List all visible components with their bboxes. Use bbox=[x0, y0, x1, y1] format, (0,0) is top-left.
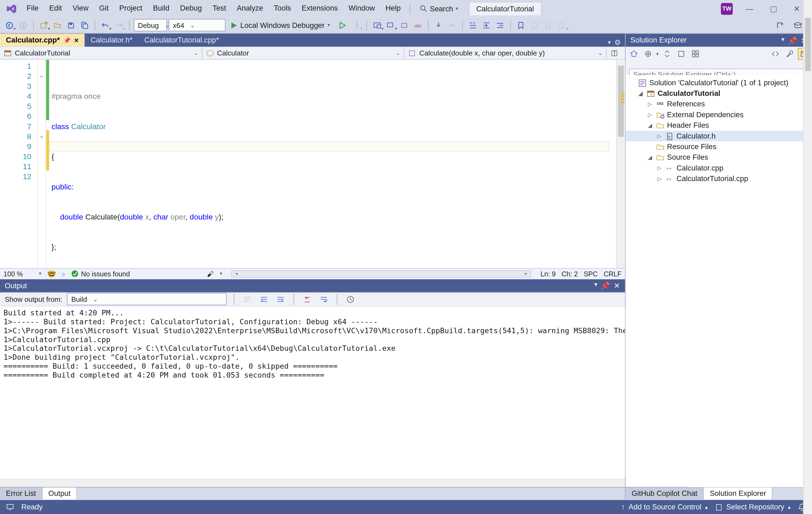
menu-analyze[interactable]: Analyze bbox=[232, 0, 269, 17]
start-wo-debug-button[interactable] bbox=[337, 19, 349, 32]
issues-indicator[interactable]: No issues found bbox=[72, 270, 130, 277]
pin-icon[interactable]: 📌 bbox=[788, 36, 798, 45]
bmk-next-button[interactable] bbox=[542, 19, 554, 32]
open-file-button[interactable] bbox=[52, 19, 63, 32]
editor-horizontal-scrollbar[interactable]: ◂▸ bbox=[232, 270, 531, 277]
output-monitor-icon[interactable] bbox=[6, 503, 14, 511]
calculator-h-node[interactable]: ▷ h Calculator.h bbox=[626, 131, 812, 141]
member-combo[interactable]: Calculate(double x, char oper, double y) bbox=[405, 47, 607, 59]
menu-edit[interactable]: Edit bbox=[44, 0, 67, 17]
next-msg-button[interactable] bbox=[275, 293, 287, 306]
menu-extensions[interactable]: Extensions bbox=[296, 0, 343, 17]
undo-button[interactable] bbox=[99, 19, 111, 32]
code-editor[interactable]: 123456789101112 ⌄⌄ #pragma once class Ca… bbox=[0, 60, 625, 268]
step-over-button[interactable] bbox=[446, 19, 458, 32]
new-project-button[interactable] bbox=[38, 19, 50, 32]
start-debugging-button[interactable]: Local Windows Debugger ▾ bbox=[227, 19, 335, 32]
class-btn[interactable] bbox=[399, 19, 410, 32]
editor-vertical-scrollbar[interactable] bbox=[616, 60, 625, 268]
menu-view[interactable]: View bbox=[67, 0, 94, 17]
menu-debug[interactable]: Debug bbox=[175, 0, 207, 17]
menu-git[interactable]: Git bbox=[94, 0, 114, 17]
outdent-button[interactable] bbox=[467, 19, 479, 32]
tab-calculator-h[interactable]: Calculator.h* bbox=[85, 34, 139, 47]
home-button[interactable] bbox=[628, 48, 640, 60]
project-node[interactable]: ◢ + CalculatorTutorial bbox=[626, 88, 812, 99]
config-combo[interactable]: Debug bbox=[134, 19, 167, 31]
maximize-button[interactable]: ▢ bbox=[770, 4, 777, 13]
scope-combo[interactable]: CalculatorTutorial bbox=[0, 47, 202, 59]
quick-tab[interactable]: CalculatorTutorial bbox=[469, 2, 542, 16]
indent-mode[interactable]: SPC bbox=[584, 270, 598, 277]
switch-views-button[interactable] bbox=[642, 48, 654, 60]
abc-button[interactable]: abc bbox=[412, 19, 424, 32]
feedback-button[interactable] bbox=[792, 19, 804, 32]
class-combo[interactable]: Calculator bbox=[202, 47, 405, 59]
bmk-clear-button[interactable] bbox=[556, 19, 568, 32]
sync-button[interactable] bbox=[661, 48, 673, 60]
fold-gutter[interactable]: ⌄⌄ bbox=[38, 60, 46, 268]
references-node[interactable]: ▷ References bbox=[626, 99, 812, 109]
pin-icon[interactable]: 📌 bbox=[601, 281, 610, 290]
tab-solution-explorer[interactable]: Solution Explorer bbox=[704, 487, 773, 500]
tab-copilot-chat[interactable]: GitHub Copilot Chat bbox=[626, 487, 704, 500]
active-files-dd[interactable]: ▾ bbox=[608, 39, 611, 46]
prev-msg-button[interactable] bbox=[258, 293, 270, 306]
redo-button[interactable] bbox=[113, 19, 125, 32]
output-text[interactable]: Build started at 4:20 PM... 1>------ Bui… bbox=[0, 306, 625, 479]
comment-button[interactable] bbox=[494, 19, 506, 32]
bookmark-button[interactable] bbox=[515, 19, 527, 32]
tab-calculator-cpp[interactable]: Calculator.cpp* 📌 ✕ bbox=[0, 34, 85, 47]
add-source-control[interactable]: ↑ Add to Source Control ▴ bbox=[621, 503, 708, 511]
platform-combo[interactable]: x64 bbox=[169, 19, 226, 31]
resource-files-node[interactable]: Resource Files bbox=[626, 141, 812, 152]
search-box[interactable]: Search ▾ bbox=[414, 4, 464, 13]
output-vertical-scrollbar[interactable] bbox=[803, 0, 812, 514]
ref-icon[interactable]: ⟐ bbox=[61, 270, 65, 277]
brush-icon[interactable]: 🖌 bbox=[207, 270, 214, 277]
goto-msg-button[interactable] bbox=[242, 293, 254, 306]
menu-window[interactable]: Window bbox=[343, 0, 380, 17]
split-button[interactable]: + bbox=[607, 47, 625, 59]
menu-build[interactable]: Build bbox=[148, 0, 175, 17]
error-count-icon[interactable]: 🤓 bbox=[48, 270, 56, 278]
bmk-prev-button[interactable] bbox=[529, 19, 541, 32]
tab-calculatortutorial-cpp[interactable]: CalculatorTutorial.cpp* bbox=[138, 34, 225, 47]
minimize-button[interactable]: — bbox=[746, 4, 753, 13]
select-repository[interactable]: Select Repository ▴ bbox=[715, 503, 791, 511]
close-icon[interactable]: ✕ bbox=[614, 281, 620, 290]
eol-mode[interactable]: CRLF bbox=[604, 270, 622, 277]
output-horizontal-scrollbar[interactable] bbox=[0, 479, 625, 487]
header-files-node[interactable]: ◢ Header Files bbox=[626, 120, 812, 131]
window-dd-icon[interactable]: ▾ bbox=[781, 36, 784, 45]
solution-explorer-tree[interactable]: Solution 'CalculatorTutorial' (1 of 1 pr… bbox=[626, 75, 812, 487]
save-all-button[interactable] bbox=[79, 19, 91, 32]
save-button[interactable] bbox=[65, 19, 77, 32]
code-area[interactable]: #pragma once class Calculator { public: … bbox=[49, 60, 616, 268]
menu-help[interactable]: Help bbox=[380, 0, 406, 17]
nav-back-button[interactable] bbox=[3, 19, 16, 32]
menu-test[interactable]: Test bbox=[207, 0, 231, 17]
close-button[interactable]: ✕ bbox=[793, 4, 800, 13]
close-icon[interactable]: ✕ bbox=[74, 37, 79, 43]
collapse-button[interactable] bbox=[690, 48, 701, 60]
menu-tools[interactable]: Tools bbox=[268, 0, 296, 17]
show-output-from-combo[interactable]: Build bbox=[67, 293, 227, 305]
layer-dd-button[interactable] bbox=[385, 19, 397, 32]
solution-node[interactable]: Solution 'CalculatorTutorial' (1 of 1 pr… bbox=[626, 78, 812, 88]
clear-output-button[interactable] bbox=[301, 293, 314, 306]
menu-file[interactable]: File bbox=[21, 0, 44, 17]
word-wrap-button[interactable] bbox=[318, 293, 330, 306]
tab-error-list[interactable]: Error List bbox=[0, 487, 42, 500]
tab-gear-icon[interactable]: ⚙ bbox=[614, 38, 621, 47]
menu-project[interactable]: Project bbox=[114, 0, 148, 17]
source-files-node[interactable]: ◢ Source Files bbox=[626, 152, 812, 163]
timestamp-button[interactable] bbox=[345, 293, 356, 306]
external-deps-node[interactable]: ▷ External Dependencies bbox=[626, 109, 812, 120]
nav-fwd-button[interactable] bbox=[17, 19, 29, 32]
indent-button[interactable] bbox=[481, 19, 493, 32]
step-into-button[interactable] bbox=[433, 19, 445, 32]
pin-icon[interactable]: 📌 bbox=[63, 37, 70, 43]
code-button[interactable] bbox=[770, 48, 781, 60]
zoom-level[interactable]: 100 % bbox=[3, 270, 33, 277]
